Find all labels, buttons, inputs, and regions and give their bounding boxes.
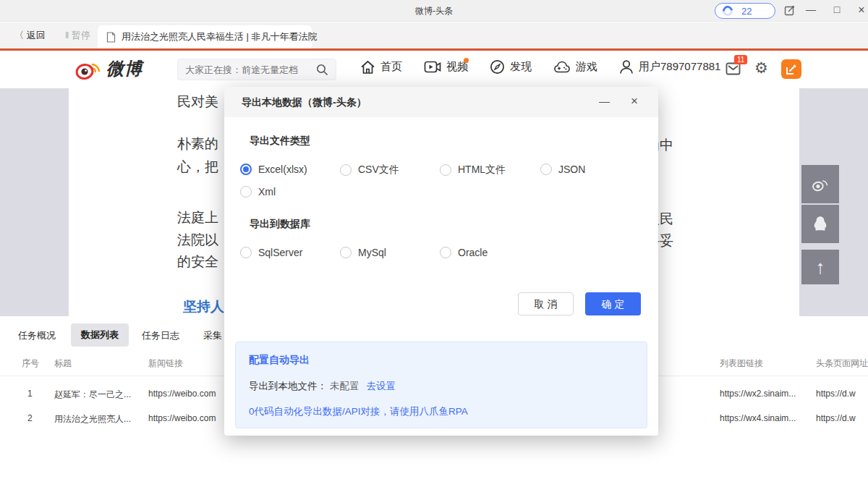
weibo-logo[interactable]: 微博 [75, 57, 142, 80]
task-toolbar: 〈 返回 ‖ 暂停 用法治之光照亮人民幸福生活 | 非凡十年看法院 [0, 22, 868, 51]
db-section-label: 导出到数据库 [250, 218, 310, 231]
radio-icon [440, 164, 451, 176]
radio-icon [540, 164, 552, 175]
settings-gear-icon[interactable]: ⚙ [754, 59, 768, 77]
weibo-nav: 微博 首页 视频 发现 游戏 用户7897077881 1 [0, 51, 868, 88]
nav-item-discover[interactable]: 发现 [490, 59, 532, 75]
task-progress-pill[interactable]: 22 [715, 3, 775, 19]
radio-label: MySql [358, 247, 386, 258]
rpa-link[interactable]: 0代码自动化导出数据/API对接，请使用八爪鱼RPA [249, 405, 468, 418]
page-tab[interactable]: 用法治之光照亮人民幸福生活 | 非凡十年看法院 [98, 25, 312, 48]
window-titlebar: 微博-头条 22 — □ × [0, 0, 868, 22]
ok-button[interactable]: 确 定 [585, 292, 641, 315]
radio-label: Oracle [458, 247, 488, 258]
share-qq-button[interactable] [801, 205, 839, 243]
radio-csv[interactable]: CSV文件 [340, 164, 399, 177]
article-text: 心，把 [177, 158, 218, 177]
dialog-title: 导出本地数据（微博-头条） [242, 96, 367, 109]
col-header-page-url: 头条页面网址 [816, 357, 868, 370]
tab-task-overview[interactable]: 任务概况 [18, 329, 56, 342]
back-chevron-icon: 〈 [14, 30, 24, 41]
window-title: 微博-头条 [415, 5, 453, 17]
col-header-img-link: 列表图链接 [720, 357, 763, 370]
radio-selected-icon [240, 164, 252, 175]
weibo-brand-text: 微博 [106, 57, 142, 80]
radio-html[interactable]: HTML文件 [440, 164, 506, 177]
search-icon[interactable] [316, 64, 328, 76]
messages-button[interactable]: 11 [726, 61, 743, 77]
cell-news-link: https://weibo.com [148, 413, 216, 423]
back-to-top-button[interactable]: ↑ [801, 250, 839, 284]
edit-note-icon[interactable] [784, 4, 796, 16]
radio-icon [340, 164, 352, 176]
radio-icon [340, 247, 352, 258]
col-header-news-link: 新闻链接 [148, 357, 183, 370]
go-settings-link[interactable]: 去设置 [367, 381, 396, 391]
maximize-button[interactable]: □ [829, 4, 845, 15]
cell-no: 1 [27, 389, 33, 399]
compass-icon [490, 59, 505, 75]
col-header-no: 序号 [22, 357, 39, 370]
article-text: 民对美 [177, 93, 218, 111]
document-icon [106, 32, 116, 43]
nav-item-home[interactable]: 首页 [360, 60, 402, 75]
compose-button[interactable] [781, 59, 801, 79]
auto-export-box: 配置自动导出 导出到本地文件：未配置去设置 0代码自动化导出数据/API对接，请… [235, 342, 647, 428]
notification-dot [464, 58, 469, 63]
cell-img-link: https://wx2.sinaim... [720, 389, 796, 399]
cell-page-url: https://d.w [816, 413, 856, 423]
minimize-button[interactable]: — [803, 4, 819, 15]
back-button[interactable]: 〈 返回 [14, 29, 46, 42]
article-text: 朴素的 [177, 135, 218, 153]
auto-export-line1: 导出到本地文件：未配置去设置 [249, 380, 396, 393]
weibo-share-icon [812, 177, 829, 192]
back-label: 返回 [27, 30, 46, 41]
radio-label: SqlServer [258, 247, 302, 258]
auto-export-label: 导出到本地文件： [249, 381, 327, 391]
home-icon [360, 60, 375, 75]
radio-label: JSON [558, 164, 585, 175]
user-icon [619, 59, 634, 75]
tab-task-log[interactable]: 任务日志 [142, 329, 179, 342]
search-box[interactable] [177, 59, 336, 80]
radio-excel[interactable]: Excel(xlsx) [240, 164, 307, 175]
col-header-title: 标题 [54, 357, 72, 370]
page-tab-title: 用法治之光照亮人民幸福生活 | 非凡十年看法院 [122, 30, 318, 43]
tab-data-list[interactable]: 数据列表 [71, 323, 129, 347]
tab-collect[interactable]: 采集 [203, 329, 222, 342]
progress-spinner-icon [720, 4, 735, 18]
cancel-button[interactable]: 取 消 [518, 292, 574, 315]
progress-count: 22 [741, 6, 752, 17]
cell-news-link: https://weibo.com [148, 389, 216, 399]
radio-oracle[interactable]: Oracle [440, 247, 488, 258]
radio-label: Excel(xlsx) [258, 164, 307, 175]
article-text: 法院以 [177, 231, 218, 250]
close-button[interactable]: × [854, 4, 868, 17]
auto-export-title: 配置自动导出 [249, 354, 310, 367]
search-input[interactable] [185, 59, 308, 80]
video-icon [424, 60, 441, 74]
qq-penguin-icon [813, 216, 827, 233]
radio-sqlserver[interactable]: SqlServer [240, 247, 302, 258]
nav-item-video[interactable]: 视频 [424, 60, 468, 74]
dialog-close-button[interactable]: × [631, 94, 638, 109]
nav-label: 用户7897077881 [639, 60, 720, 74]
pause-icon: ‖ [65, 30, 69, 41]
nav-label: 首页 [380, 60, 402, 74]
auto-export-value: 未配置 [330, 381, 359, 391]
radio-xml[interactable]: Xml [240, 186, 276, 198]
cell-title: 用法治之光照亮人... [54, 413, 131, 425]
article-heading-link[interactable]: 坚持人 [183, 297, 224, 316]
dialog-minimize-button[interactable]: — [599, 95, 610, 107]
message-badge: 11 [734, 55, 747, 64]
nav-item-games[interactable]: 游戏 [553, 60, 597, 74]
radio-json[interactable]: JSON [540, 164, 585, 175]
share-weibo-button[interactable] [801, 165, 839, 203]
nav-item-user[interactable]: 用户7897077881 [619, 59, 720, 75]
radio-label: CSV文件 [358, 164, 399, 177]
radio-icon [240, 247, 252, 258]
article-text: 法庭上 [177, 208, 218, 227]
radio-mysql[interactable]: MySql [340, 247, 386, 258]
pause-button[interactable]: ‖ 暂停 [65, 29, 90, 42]
dialog-header: 导出本地数据（微博-头条） — × [224, 87, 658, 117]
